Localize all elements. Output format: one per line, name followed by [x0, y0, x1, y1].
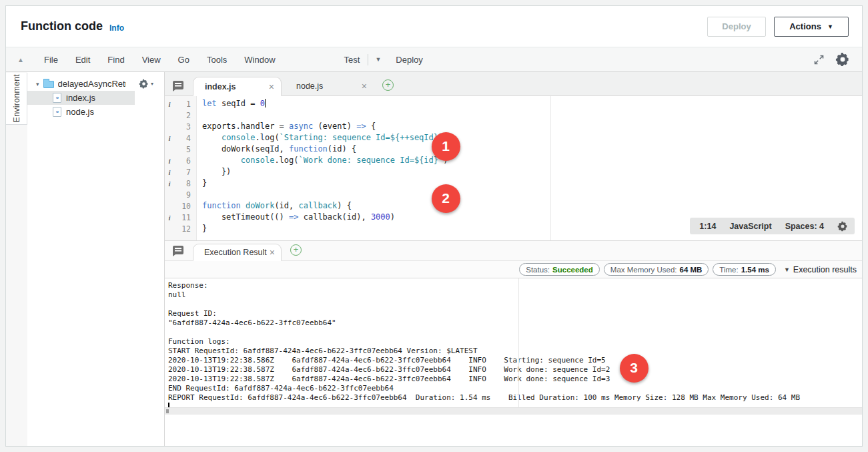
gutter-cell: 10 — [165, 200, 197, 212]
code-token: ) { — [337, 201, 352, 210]
line-number[interactable]: 7 — [174, 168, 197, 177]
code-line: 2 — [165, 109, 862, 121]
log-line: Request ID: — [168, 309, 862, 318]
log-cursor-line — [168, 403, 862, 407]
line-number[interactable]: 4 — [174, 134, 197, 143]
folder-expand-caret-icon[interactable]: ▾ — [36, 81, 39, 87]
collapse-menubar-icon[interactable]: ▲ — [6, 56, 35, 63]
info-link[interactable]: Info — [109, 23, 124, 33]
code-token: let — [202, 99, 217, 108]
menu-item-test[interactable]: Test — [336, 55, 368, 65]
menu-item-file[interactable]: File — [35, 47, 67, 71]
tree-item-label: node.js — [66, 107, 94, 117]
tab-label: index.js — [205, 82, 236, 91]
menu-item-view[interactable]: View — [133, 47, 169, 71]
console-list-menu-icon[interactable] — [173, 246, 183, 254]
log-line: 2020-10-13T19:22:38.587Z 6afdf887-424a-4… — [168, 365, 862, 375]
line-number[interactable]: 2 — [174, 111, 197, 120]
code-line: i4 console.log(`Starting: sequence Id=${… — [165, 132, 862, 144]
line-number[interactable]: 12 — [174, 224, 197, 234]
line-number[interactable]: 5 — [174, 145, 197, 154]
log-line — [168, 328, 862, 337]
code-line: 10function doWork(id, callback) { — [165, 200, 862, 212]
tab-close-icon[interactable]: × — [270, 247, 275, 258]
results-caret-icon: ▼ — [784, 266, 790, 273]
code-token: }) — [202, 167, 231, 176]
badge-value: Succeeded — [552, 266, 593, 274]
gutter-cell: 5 — [165, 144, 197, 155]
new-tab-button[interactable]: + — [382, 79, 394, 91]
line-number[interactable]: 1 — [174, 99, 197, 109]
badge-label: Status: — [526, 266, 550, 274]
editor-settings-gear-icon[interactable] — [837, 221, 848, 232]
deploy-button[interactable]: Deploy — [707, 17, 766, 37]
menu-item-window[interactable]: Window — [236, 47, 284, 71]
tree-settings-button[interactable]: ▾ — [139, 79, 153, 89]
indentation-setting[interactable]: Spaces: 4 — [785, 222, 824, 231]
file-tree: ▾ delayedAsyncReturn ▾ ‹›index.js‹›node.… — [27, 72, 165, 446]
code-line: i7 }) — [165, 166, 862, 178]
log-line: Response: — [168, 281, 862, 290]
info-annotation-icon: i — [165, 100, 174, 108]
actions-button[interactable]: Actions ▼ — [774, 17, 849, 37]
menu-item-edit[interactable]: Edit — [67, 47, 99, 71]
gutter-cell: i11 — [165, 212, 197, 223]
folder-icon — [43, 81, 54, 88]
info-annotation-icon: i — [165, 180, 174, 188]
execution-results-label: Execution results — [793, 265, 857, 274]
menu-item-deploy[interactable]: Deploy — [388, 55, 430, 65]
code-token: doWork — [246, 201, 274, 210]
folder-name: delayedAsyncReturn — [58, 79, 126, 89]
settings-gear-icon[interactable] — [835, 52, 850, 67]
execution-log[interactable]: Response:nullRequest ID:"6afdf887-424a-4… — [165, 278, 862, 407]
tab-execution-result[interactable]: Execution Result × — [193, 244, 282, 261]
environment-panel-tab[interactable]: Environment — [6, 73, 27, 125]
test-dropdown-caret-icon[interactable]: ▼ — [368, 56, 388, 63]
log-line: 2020-10-13T19:22:38.587Z 6afdf887-424a-4… — [168, 375, 862, 384]
status-badge: Max Memory Used:64 MB — [604, 263, 709, 276]
tree-item-node.js[interactable]: ‹›node.js — [27, 105, 135, 119]
menu-item-go[interactable]: Go — [169, 47, 198, 71]
fullscreen-icon[interactable] — [813, 54, 825, 65]
tree-folder-row[interactable]: ▾ delayedAsyncReturn ▾ — [27, 77, 164, 91]
horizontal-scrollbar[interactable] — [165, 407, 862, 415]
gutter-cell: i6 — [165, 155, 197, 166]
line-number[interactable]: 3 — [174, 122, 197, 132]
js-file-icon: ‹› — [53, 93, 61, 103]
annotation-badge-1: 1 — [432, 132, 460, 161]
line-number[interactable]: 9 — [174, 190, 197, 200]
code-token: { — [366, 122, 376, 131]
code-token: console — [222, 133, 256, 142]
code-token: `Starting: sequence Id=${++seqId}` — [280, 133, 444, 142]
tree-item-index.js[interactable]: ‹›index.js — [27, 91, 135, 105]
line-number[interactable]: 6 — [174, 156, 197, 166]
editor-column: index.js×node.js× + i1let seqId = 023exp… — [165, 72, 862, 446]
badge-label: Time: — [719, 266, 738, 274]
language-mode[interactable]: JavaScript — [729, 222, 771, 231]
info-annotation-icon: i — [165, 157, 174, 165]
code-text: }) — [197, 166, 231, 178]
line-number[interactable]: 11 — [174, 213, 197, 222]
gutter-cell: 2 — [165, 109, 197, 121]
menu-item-tools[interactable]: Tools — [198, 47, 236, 71]
code-editor[interactable]: i1let seqId = 023exports.handler = async… — [165, 96, 862, 241]
page-title: Function code — [21, 19, 103, 33]
menu-item-find[interactable]: Find — [99, 47, 133, 71]
log-line: "6afdf887-424a-4ec6-b622-3ffc07eebb64" — [168, 318, 862, 328]
code-token: function — [202, 201, 241, 210]
cursor-position[interactable]: 1:14 — [699, 222, 716, 231]
line-number[interactable]: 10 — [174, 202, 197, 211]
code-token: console — [241, 156, 275, 165]
execution-results-toggle[interactable]: ▼ Execution results — [784, 265, 857, 274]
tab-close-icon[interactable]: × — [362, 81, 367, 91]
line-number[interactable]: 8 — [174, 179, 197, 188]
log-print-margin-line — [518, 278, 519, 407]
tab-index.js[interactable]: index.js× — [193, 77, 282, 96]
tab-list-menu-icon[interactable] — [173, 81, 183, 89]
new-console-tab-button[interactable]: + — [290, 244, 302, 256]
tab-node.js[interactable]: node.js× — [285, 76, 374, 95]
tree-item-label: index.js — [66, 93, 95, 103]
scrollbar-thumb[interactable] — [166, 409, 169, 413]
log-line: END RequestId: 6afdf887-424a-4ec6-b622-3… — [168, 384, 862, 393]
tab-close-icon[interactable]: × — [269, 81, 274, 92]
